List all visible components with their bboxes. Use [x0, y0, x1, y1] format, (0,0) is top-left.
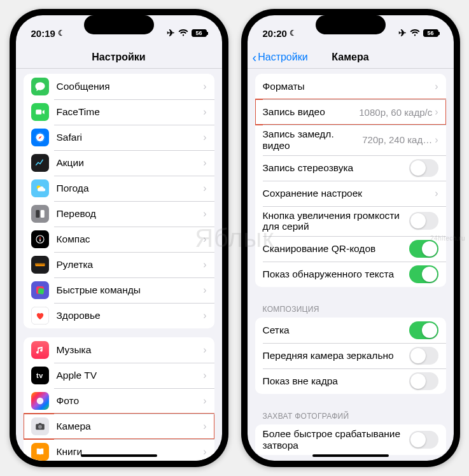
chevron-right-icon: ›	[203, 344, 206, 356]
svg-rect-12	[38, 423, 41, 424]
status-time: 20:19	[31, 28, 55, 39]
row-label: Сетка	[263, 325, 409, 336]
dnd-moon-icon: ☾	[58, 29, 65, 38]
chevron-right-icon: ›	[203, 234, 206, 245]
photos-icon	[31, 392, 49, 410]
camera-row-передняя-камера-зеркально[interactable]: Передняя камера зеркально	[255, 343, 446, 368]
health-icon	[31, 307, 49, 325]
camera-row-показ-вне-кадра[interactable]: Показ вне кадра	[255, 368, 446, 394]
row-label: Apple TV	[57, 370, 204, 381]
row-value: 1080p, 60 кадр/с	[359, 107, 432, 118]
row-label: Фото	[57, 395, 204, 407]
row-label: Погода	[57, 183, 204, 194]
back-button[interactable]: ‹ Настройки	[253, 46, 308, 68]
row-label: Быстрые команды	[57, 284, 204, 296]
camera-row-запись-стереозвука[interactable]: Запись стереозвука	[255, 155, 446, 181]
row-label: Кнопка увеличения громкости для серий	[263, 210, 409, 233]
row-label: Рулетка	[57, 259, 204, 270]
row-label: Safari	[57, 132, 204, 143]
camera-row-сканирование-qr-кодов[interactable]: Сканирование QR-кодов	[255, 236, 446, 262]
row-label: Акции	[57, 157, 204, 169]
toggle-switch[interactable]	[409, 372, 438, 390]
chevron-right-icon: ›	[203, 106, 206, 118]
settings-row-рулетка[interactable]: Рулетка›	[24, 252, 214, 277]
shortcuts-icon	[31, 281, 49, 299]
phone-right: 20:20 ☾ ✈︎ 56 ‹ Настройки Камера Фо	[241, 9, 460, 467]
row-label: Более быстрое срабатывание затвора	[263, 428, 409, 451]
section-header-composition: КОМПОЗИЦИЯ	[248, 296, 454, 316]
settings-row-быстрые-команды[interactable]: Быстрые команды›	[24, 277, 214, 303]
toggle-switch[interactable]	[409, 321, 438, 339]
camera-row-показ-обнаруженного-текста[interactable]: Показ обнаруженного текста	[255, 262, 446, 287]
row-label: Музыка	[57, 344, 204, 356]
stocks-icon	[31, 154, 49, 172]
camera-row-сетка[interactable]: Сетка	[255, 318, 446, 343]
toggle-switch[interactable]	[409, 212, 438, 230]
books-icon	[31, 443, 49, 461]
camera-row-запись-видео[interactable]: Запись видео1080p, 60 кадр/с›	[255, 99, 446, 125]
toggle-switch[interactable]	[409, 347, 438, 365]
page-title: Камера	[332, 52, 368, 63]
settings-row-фото[interactable]: Фото›	[24, 388, 214, 414]
row-label: Сканирование QR-кодов	[263, 243, 409, 255]
weather-icon	[31, 179, 49, 197]
dynamic-island	[84, 15, 154, 34]
camera-row-сохранение-настроек[interactable]: Сохранение настроек›	[255, 181, 446, 206]
toggle-switch[interactable]	[409, 159, 438, 177]
settings-row-погода[interactable]: Погода›	[24, 176, 214, 201]
home-indicator	[312, 454, 389, 458]
settings-row-перевод[interactable]: Перевод›	[24, 201, 214, 227]
chevron-right-icon: ›	[203, 284, 206, 296]
airplane-icon: ✈︎	[398, 27, 407, 39]
chevron-right-icon: ›	[203, 132, 206, 143]
toggle-switch[interactable]	[409, 431, 438, 449]
row-label: FaceTime	[57, 106, 204, 118]
row-label: Сообщения	[57, 81, 204, 92]
settings-row-акции[interactable]: Акции›	[24, 150, 214, 176]
row-value: 720p, 240 кад…	[362, 134, 432, 145]
chevron-right-icon: ›	[435, 81, 438, 92]
svg-rect-3	[36, 210, 39, 218]
row-label: Запись стереозвука	[263, 162, 409, 174]
chevron-right-icon: ›	[435, 188, 438, 199]
chevron-right-icon: ›	[203, 310, 206, 321]
dynamic-island	[316, 15, 386, 34]
compass-icon	[31, 230, 49, 248]
chevron-right-icon: ›	[203, 370, 206, 381]
settings-row-apple-tv[interactable]: tvApple TV›	[24, 363, 214, 388]
facetime-icon	[31, 103, 49, 121]
camera-row-кнопка-увеличения-громкости-для-серий[interactable]: Кнопка увеличения громкости для серий	[255, 206, 446, 237]
airplane-icon: ✈︎	[167, 27, 175, 39]
settings-row-здоровье[interactable]: Здоровье›	[24, 303, 214, 328]
settings-row-компас[interactable]: Компас›	[24, 227, 214, 252]
row-label: Показ обнаруженного текста	[263, 269, 409, 280]
settings-row-книги[interactable]: Книги›	[24, 439, 214, 461]
page-title: Настройки	[92, 52, 145, 63]
settings-row-сообщения[interactable]: Сообщения›	[24, 74, 214, 99]
camera-row-более-быстрое-срабатывание-затвора[interactable]: Более быстрое срабатывание затвора	[255, 424, 446, 455]
toggle-switch[interactable]	[409, 240, 438, 258]
settings-row-safari[interactable]: Safari›	[24, 125, 214, 150]
camera-row-форматы[interactable]: Форматы›	[255, 74, 446, 99]
settings-row-музыка[interactable]: Музыка›	[24, 337, 214, 363]
measure-icon	[31, 256, 49, 274]
svg-rect-8	[38, 288, 44, 294]
chevron-left-icon: ‹	[253, 51, 257, 64]
settings-row-камера[interactable]: Камера›	[24, 414, 214, 439]
chevron-right-icon: ›	[435, 134, 438, 146]
camera-row-запись-замедл-видео[interactable]: Запись замедл. видео720p, 240 кад…›	[255, 125, 446, 155]
svg-rect-0	[36, 109, 41, 115]
row-label: Камера	[57, 421, 204, 432]
back-label: Настройки	[258, 52, 307, 63]
translate-icon	[31, 205, 49, 223]
music-icon	[31, 341, 49, 359]
toggle-switch[interactable]	[409, 265, 438, 283]
status-time: 20:20	[263, 28, 287, 39]
chevron-right-icon: ›	[203, 208, 206, 220]
settings-row-facetime[interactable]: FaceTime›	[24, 99, 214, 125]
row-label: Компас	[57, 234, 204, 245]
row-label: Передняя камера зеркально	[263, 350, 409, 361]
row-label: Форматы	[263, 81, 435, 92]
home-indicator	[81, 454, 157, 458]
row-label: Запись замедл. видео	[263, 129, 363, 151]
